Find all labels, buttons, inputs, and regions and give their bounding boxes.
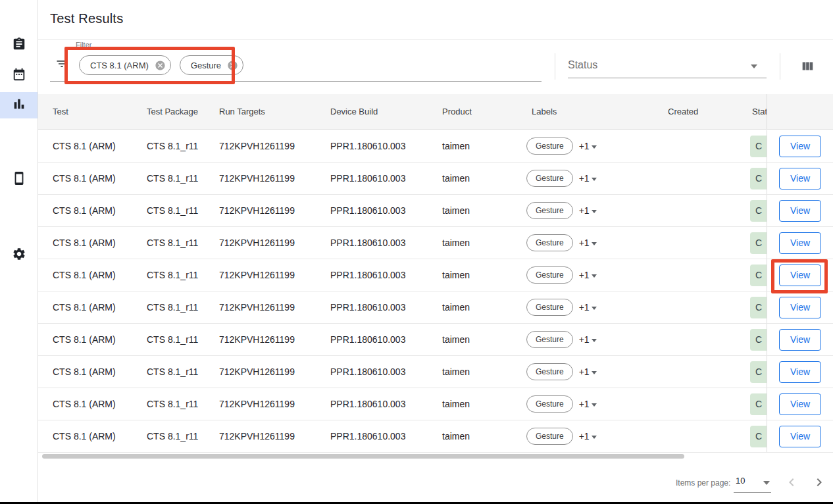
view-button[interactable]: View: [779, 168, 821, 189]
more-labels-count: +1: [579, 238, 590, 248]
sidebar-item-schedule[interactable]: [0, 63, 38, 89]
more-labels-count: +1: [579, 334, 590, 345]
cell-run-targets: 712KPVH1261199: [219, 324, 295, 355]
smartphone-icon: [12, 171, 26, 188]
more-labels-toggle[interactable]: +1: [579, 173, 597, 184]
chip-label: Gesture: [191, 61, 221, 70]
more-labels-toggle[interactable]: +1: [579, 431, 597, 441]
chevron-down-icon: [763, 481, 770, 485]
column-header-test-package: Test Package: [147, 94, 198, 130]
next-page-button[interactable]: [811, 475, 828, 492]
cell-actions: View: [767, 291, 833, 323]
filter-toolbar: Filter CTS 8.1 (ARM) Gesture Status: [38, 40, 833, 94]
more-labels-count: +1: [579, 302, 590, 313]
remove-chip-icon[interactable]: [227, 60, 238, 71]
clipboard-icon: [12, 37, 26, 54]
cell-labels: Gesture +1: [526, 195, 597, 226]
cell-labels: Gesture +1: [526, 130, 597, 162]
view-button[interactable]: View: [779, 297, 821, 318]
filter-input-underline[interactable]: [50, 81, 542, 82]
more-labels-toggle[interactable]: +1: [579, 366, 597, 377]
cell-test: CTS 8.1 (ARM): [53, 420, 116, 452]
cell-device-build: PPR1.180610.003: [330, 259, 405, 291]
more-labels-toggle[interactable]: +1: [579, 399, 597, 409]
view-button[interactable]: View: [779, 232, 821, 254]
table-row: CTS 8.1 (ARM) CTS 8.1_r11 712KPVH1261199…: [38, 227, 833, 259]
more-labels-toggle[interactable]: +1: [579, 205, 597, 216]
filter-chip[interactable]: CTS 8.1 (ARM): [79, 55, 171, 75]
sidebar-item-settings[interactable]: [0, 242, 38, 268]
more-labels-toggle[interactable]: +1: [579, 141, 597, 151]
view-button[interactable]: View: [779, 200, 821, 222]
sidebar-item-test-plans[interactable]: [0, 32, 38, 59]
cell-run-targets: 712KPVH1261199: [219, 420, 295, 452]
view-button[interactable]: View: [779, 426, 821, 447]
cell-actions: View: [767, 195, 833, 226]
chevron-left-icon: [784, 474, 799, 493]
more-labels-toggle[interactable]: +1: [579, 334, 597, 345]
cell-labels: Gesture +1: [526, 163, 597, 194]
more-labels-count: +1: [579, 141, 590, 151]
view-button[interactable]: View: [779, 361, 821, 383]
sidebar-item-test-results[interactable]: [0, 92, 38, 118]
label-chip[interactable]: Gesture: [526, 331, 573, 348]
cell-labels: Gesture +1: [526, 259, 597, 291]
items-per-page-underline: [734, 492, 771, 493]
label-chip[interactable]: Gesture: [526, 299, 573, 316]
cell-actions: View: [767, 388, 833, 420]
cell-test: CTS 8.1 (ARM): [53, 291, 116, 323]
filter-list-icon: [55, 57, 68, 70]
view-button[interactable]: View: [779, 136, 821, 157]
cell-test-package: CTS 8.1_r11: [147, 388, 198, 420]
label-chip[interactable]: Gesture: [526, 363, 573, 380]
filter-field-label: Filter: [76, 41, 91, 49]
label-chip[interactable]: Gesture: [526, 428, 573, 445]
filter-chip[interactable]: Gesture: [180, 55, 243, 75]
more-labels-toggle[interactable]: +1: [579, 302, 597, 313]
chip-label: CTS 8.1 (ARM): [90, 61, 149, 70]
cell-labels: Gesture +1: [526, 324, 597, 355]
horizontal-scrollbar-thumb[interactable]: [42, 454, 684, 459]
view-columns-button[interactable]: [799, 59, 816, 76]
label-chip[interactable]: Gesture: [526, 234, 573, 251]
chevron-right-icon: [811, 474, 827, 493]
more-labels-count: +1: [579, 366, 590, 377]
label-chip[interactable]: Gesture: [526, 395, 573, 413]
chevron-down-icon: [592, 274, 597, 278]
view-columns-icon: [800, 59, 815, 76]
table-body: CTS 8.1 (ARM) CTS 8.1_r11 712KPVH1261199…: [38, 130, 833, 453]
label-chip[interactable]: Gesture: [526, 138, 573, 155]
more-labels-toggle[interactable]: +1: [579, 238, 597, 248]
sidebar-item-devices[interactable]: [0, 166, 38, 193]
items-per-page-select[interactable]: 10: [734, 474, 771, 493]
cell-test-package: CTS 8.1_r11: [147, 356, 198, 388]
status-filter-select[interactable]: Status: [568, 53, 767, 80]
cell-product: taimen: [442, 420, 470, 452]
cell-test: CTS 8.1 (ARM): [53, 324, 116, 355]
cell-labels: Gesture +1: [526, 420, 597, 452]
cell-actions: View: [767, 259, 833, 291]
view-button[interactable]: View: [779, 393, 821, 415]
cell-run-targets: 712KPVH1261199: [219, 130, 295, 162]
cell-actions: View: [767, 227, 833, 259]
cell-product: taimen: [442, 291, 470, 323]
cell-product: taimen: [442, 356, 470, 388]
more-labels-count: +1: [579, 173, 590, 184]
cell-device-build: PPR1.180610.003: [330, 420, 405, 452]
cell-test: CTS 8.1 (ARM): [53, 163, 116, 194]
column-header-run-targets: Run Targets: [219, 94, 265, 130]
chevron-down-icon: [592, 371, 597, 374]
label-chip[interactable]: Gesture: [526, 202, 573, 219]
app-window: Test Results Filter CTS 8.1 (ARM) Gestur…: [0, 0, 833, 504]
view-button[interactable]: View: [779, 265, 821, 286]
cell-product: taimen: [442, 324, 470, 355]
view-button[interactable]: View: [779, 329, 821, 351]
prev-page-button[interactable]: [783, 475, 800, 492]
cell-device-build: PPR1.180610.003: [330, 291, 405, 323]
cell-run-targets: 712KPVH1261199: [219, 163, 295, 194]
more-labels-toggle[interactable]: +1: [579, 270, 597, 280]
label-chip[interactable]: Gesture: [526, 266, 573, 284]
cell-test: CTS 8.1 (ARM): [53, 195, 116, 226]
label-chip[interactable]: Gesture: [526, 170, 573, 187]
remove-chip-icon[interactable]: [155, 60, 166, 71]
